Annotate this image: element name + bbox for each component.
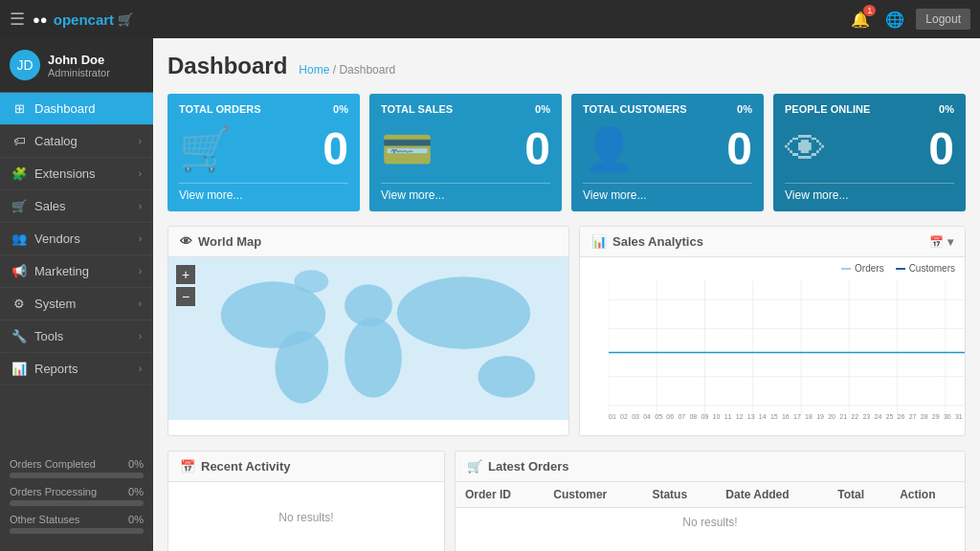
status-percent: 0% (128, 486, 144, 497)
view-more-link[interactable]: View more... (381, 183, 550, 202)
status-bar-completed: Orders Completed 0% (10, 458, 144, 478)
orders-table: Order ID Customer Status Date Added Tota… (456, 482, 965, 537)
world-map-title: World Map (198, 234, 261, 249)
status-bars: Orders Completed 0% Orders Processing 0% (0, 449, 153, 551)
sidebar-item-dashboard[interactable]: ⊞ Dashboard (0, 93, 153, 125)
recent-activity-body: No results! (168, 482, 444, 551)
svg-point-3 (345, 318, 402, 398)
table-row: No results! (456, 508, 965, 538)
topbar-logo: ●● opencart 🛒 (33, 11, 133, 28)
analytics-chart: 1.0 0.5 0.0 -0.5 -1.0 01 02 03 04 05 06 (609, 278, 965, 427)
bottom-panels: 📅 Recent Activity No results! 🛒 Latest O… (167, 451, 966, 551)
map-container: + − (168, 257, 568, 420)
svg-text:15: 15 (770, 413, 778, 420)
sidebar-item-system[interactable]: ⚙ System › (0, 288, 153, 320)
topbar: ☰ ●● opencart 🛒 🔔1 🌐 Logout (0, 0, 980, 38)
svg-text:13: 13 (747, 413, 755, 420)
vendors-icon: 👥 (11, 231, 27, 246)
sidebar-item-reports[interactable]: 📊 Reports › (0, 353, 153, 386)
stat-value: 0 (726, 122, 752, 175)
sidebar-item-marketing[interactable]: 📢 Marketing › (0, 255, 153, 288)
stat-value: 0 (524, 122, 550, 175)
analytics-title: Sales Analytics (612, 234, 703, 249)
svg-text:20: 20 (828, 413, 835, 420)
sidebar-item-label: Sales (34, 199, 66, 213)
view-more-link[interactable]: View more... (583, 183, 752, 202)
chevron-right-icon: › (139, 233, 142, 244)
stat-percent: 0% (535, 103, 550, 115)
status-percent: 0% (128, 458, 144, 470)
notification-bell-icon[interactable]: 🔔1 (847, 7, 874, 33)
svg-text:24: 24 (874, 413, 881, 420)
stat-title: TOTAL ORDERS (179, 103, 261, 115)
map-controls: + − (176, 265, 195, 306)
breadcrumb-current: Dashboard (339, 63, 395, 77)
orders-legend-dot (841, 268, 851, 270)
sidebar-item-label: System (34, 297, 76, 311)
zoom-in-button[interactable]: + (176, 265, 195, 284)
col-date-added: Date Added (716, 482, 828, 508)
col-order-id: Order ID (456, 482, 544, 508)
avatar: JD (10, 50, 40, 80)
no-results-text: No results! (178, 492, 434, 543)
chart-legend: Orders Customers (580, 257, 965, 274)
svg-text:23: 23 (862, 413, 870, 420)
sidebar-item-vendors[interactable]: 👥 Vendors › (0, 223, 153, 255)
legend-orders: Orders (841, 263, 884, 274)
extensions-icon: 🧩 (11, 166, 27, 181)
sidebar-item-sales[interactable]: 🛒 Sales › (0, 190, 153, 223)
chart-icon: 📊 (591, 234, 607, 249)
svg-text:10: 10 (713, 413, 721, 420)
recent-activity-header: 📅 Recent Activity (168, 452, 444, 482)
stat-card-customers: TOTAL CUSTOMERS 0% 👤 0 View more... (571, 94, 764, 211)
col-customer: Customer (544, 482, 642, 508)
latest-orders-panel: 🛒 Latest Orders Order ID Customer Status… (455, 451, 966, 551)
view-more-link[interactable]: View more... (785, 183, 954, 202)
topbar-right: 🔔1 🌐 Logout (847, 7, 970, 33)
date-picker-button[interactable]: 📅 ▾ (929, 235, 953, 249)
zoom-out-button[interactable]: − (176, 287, 195, 306)
svg-text:28: 28 (921, 413, 928, 420)
recent-activity-title: Recent Activity (201, 459, 290, 474)
chevron-right-icon: › (139, 201, 142, 211)
eye-icon: 👁 (180, 234, 192, 249)
svg-text:19: 19 (816, 413, 824, 420)
latest-orders-header: 🛒 Latest Orders (456, 452, 965, 482)
sidebar-item-catalog[interactable]: 🏷 Catalog › (0, 125, 153, 158)
svg-text:06: 06 (666, 413, 674, 420)
stat-cards: TOTAL ORDERS 0% 🛒 0 View more... TOTAL S… (167, 94, 966, 211)
breadcrumb: Home / Dashboard (299, 63, 395, 77)
col-status: Status (642, 482, 716, 508)
breadcrumb-home[interactable]: Home (299, 63, 329, 77)
svg-text:11: 11 (724, 413, 732, 420)
stat-percent: 0% (737, 103, 752, 115)
svg-text:07: 07 (678, 413, 685, 420)
stat-card-online: PEOPLE ONLINE 0% 👁 0 View more... (773, 94, 966, 211)
svg-text:04: 04 (643, 413, 651, 420)
sidebar-item-label: Catalog (34, 134, 78, 148)
marketing-icon: 📢 (11, 264, 27, 278)
main-layout: JD John Doe Administrator ⊞ Dashboard 🏷 … (0, 38, 980, 551)
stat-title: TOTAL SALES (381, 103, 453, 115)
system-icon: ⚙ (11, 297, 27, 311)
notification-badge: 1 (863, 5, 876, 16)
sidebar-item-tools[interactable]: 🔧 Tools › (0, 320, 153, 353)
view-more-link[interactable]: View more... (179, 183, 348, 202)
chevron-right-icon: › (139, 364, 142, 374)
status-track (10, 473, 144, 478)
svg-text:14: 14 (759, 413, 767, 420)
sidebar-item-extensions[interactable]: 🧩 Extensions › (0, 158, 153, 190)
svg-text:02: 02 (620, 413, 628, 420)
stat-title: TOTAL CUSTOMERS (583, 103, 687, 115)
calendar-icon: 📅 (180, 459, 195, 474)
svg-text:21: 21 (839, 413, 847, 420)
globe-icon[interactable]: 🌐 (881, 7, 908, 33)
sidebar-item-label: Vendors (34, 231, 80, 246)
svg-text:08: 08 (689, 413, 697, 420)
svg-point-1 (275, 331, 328, 404)
hamburger-icon[interactable]: ☰ (10, 9, 25, 30)
stat-value: 0 (928, 122, 954, 175)
chevron-right-icon: › (139, 136, 142, 146)
logout-button[interactable]: Logout (916, 9, 970, 30)
logo-text: opencart (54, 11, 114, 28)
